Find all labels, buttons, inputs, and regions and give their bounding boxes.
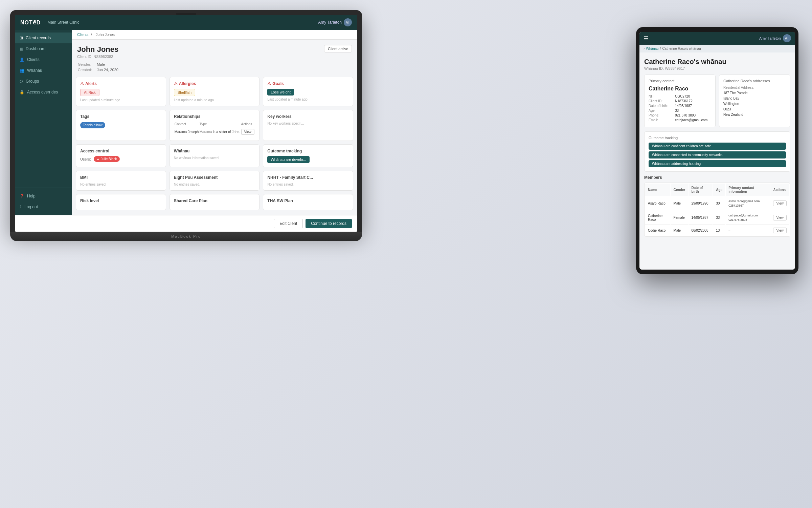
outcome-tag-1: Whānau are confident children are safe — [649, 143, 786, 150]
members-section: Members Name Gender Date of birth Age Pr… — [639, 175, 795, 241]
col-actions: Actions — [770, 184, 789, 196]
member-age: 33 — [713, 211, 725, 225]
chevron-right-icon: › — [644, 47, 645, 50]
sidebar-item-label: Log out — [24, 205, 38, 209]
status-badge: Client active — [324, 45, 352, 52]
view-member-button[interactable]: View — [773, 215, 787, 220]
outcome-tracking-section: Outcome tracking Whānau are confident ch… — [639, 131, 795, 175]
nhht-title: NHHT - Family Start C... — [267, 175, 349, 180]
sidebar-item-clients[interactable]: 👤 Clients — [15, 54, 72, 65]
shared-care-plan-section: Shared Care Plan — [170, 194, 260, 210]
sidebar-item-groups[interactable]: ⬡ Groups — [15, 76, 72, 87]
breadcrumb-clients[interactable]: Clients — [77, 33, 89, 37]
member-contact: asafo.raco@gmail.com025413867 — [726, 197, 770, 210]
groups-icon: ⬡ — [20, 79, 23, 84]
breadcrumb-sep: / — [660, 47, 661, 50]
outcome-tracking-title: Outcome tracking — [267, 149, 349, 153]
table-row: Marama Joseph Marama is a sister of John… — [175, 128, 255, 136]
breadcrumb-whanau[interactable]: Whānau — [646, 47, 658, 50]
member-name: Codie Raco — [645, 225, 670, 236]
sections-grid: ⚠ Alerts At Risk Last updated a minute a… — [72, 77, 357, 191]
tags-title: Tags — [80, 114, 162, 119]
member-age: 30 — [713, 197, 725, 210]
laptop-brand: MacBook Pro — [171, 234, 201, 238]
eight-pou-title: Eight Pou Assessment — [174, 175, 255, 180]
phone-field: Phone: 021 678 3893 — [649, 113, 711, 117]
nhht-empty: No entries saved. — [267, 183, 349, 186]
access-control-title: Access control — [80, 149, 162, 153]
user-menu[interactable]: Amy Tarleton AT — [318, 18, 352, 26]
breadcrumb-current: John Jones — [96, 33, 115, 37]
shared-care-plan-title: Shared Care Plan — [174, 198, 255, 203]
hamburger-icon[interactable]: ☰ — [644, 35, 648, 42]
sidebar-item-label: Client records — [26, 36, 51, 40]
outcome-tag-3: Whānau are addressing housing — [649, 160, 786, 167]
logo: NOTẽD — [20, 19, 41, 26]
sidebar-item-client-records[interactable]: ⊞ Client records — [15, 33, 72, 43]
addresses-title: Catherine Raco's addresses — [723, 79, 786, 83]
col-age: Age — [713, 184, 725, 196]
sidebar-item-help[interactable]: ❓ Help — [15, 191, 72, 202]
member-gender: Male — [671, 225, 688, 236]
member-dob: 29/09/1990 — [689, 197, 713, 210]
sidebar-bottom: ❓ Help ⤴ Log out — [15, 188, 72, 212]
member-name: Catherine Raco — [645, 211, 670, 225]
member-contact: – — [726, 225, 770, 236]
member-dob: 06/02/2008 — [689, 225, 713, 236]
client-id: Client ID: NS8962382 — [77, 55, 118, 59]
risk-level-title: Risk level — [80, 198, 162, 203]
bmi-section: BMI No entries saved. — [76, 171, 166, 191]
member-gender: Male — [671, 197, 688, 210]
relationships-section: Relationships Contact Type Actions — [170, 110, 260, 141]
view-member-button[interactable]: View — [773, 228, 787, 233]
member-name: Asafo Raco — [645, 197, 670, 210]
primary-contact-title: Primary contact — [649, 79, 711, 83]
outcome-tracking-card: Outcome tracking Whānau are confident ch… — [644, 131, 790, 172]
sidebar-item-dashboard[interactable]: ▦ Dashboard — [15, 43, 72, 54]
sidebar-item-logout[interactable]: ⤴ Log out — [15, 202, 72, 212]
rel-contact: Marama Joseph — [175, 128, 199, 136]
allergies-badge: Shellfish — [174, 89, 196, 96]
tablet-top-grid: Primary contact Catherine Raco NHI: CGC2… — [639, 70, 795, 131]
breadcrumb-separator: / — [91, 33, 92, 37]
sidebar-item-access-overrides[interactable]: 🔒 Access overrides — [15, 87, 72, 98]
col-contact: Contact — [175, 122, 199, 127]
outcome-tags: Whānau are confident children are safe W… — [649, 143, 786, 167]
table-row: Asafo Raco Male 29/09/1990 30 asafo.raco… — [645, 197, 789, 210]
continue-to-records-button[interactable]: Continue to records — [306, 219, 352, 228]
laptop-screen: NOTẽD Main Street Clinic Amy Tarleton AT… — [15, 15, 357, 232]
help-icon: ❓ — [20, 194, 24, 198]
alerts-title: ⚠ Alerts — [80, 81, 162, 86]
email-field: Email: cathjraco@gmail.com — [649, 118, 711, 122]
edit-client-button[interactable]: Edit client — [274, 219, 303, 228]
age-field: Age: 33 — [649, 109, 711, 112]
allergy-icon: ⚠ — [174, 81, 178, 86]
tablet-app: ☰ Amy Tarleton AT › Whānau / Catherine R… — [639, 32, 795, 270]
alert-icon: ⚠ — [80, 81, 84, 86]
whanau-empty: No whānau information saved. — [174, 156, 255, 160]
avatar: AT — [344, 18, 352, 26]
outcome-tracking-section: Outcome tracking Whānau are develo... — [263, 144, 353, 167]
view-member-button[interactable]: View — [773, 200, 787, 206]
allergies-title: ⚠ Allergies — [174, 81, 255, 86]
outcome-tag-2: Whānau are connected to community networ… — [649, 151, 786, 158]
goals-icon: ⚠ — [267, 81, 271, 86]
user-badge: ▲ Julie Black — [94, 156, 120, 162]
sections-row4: Risk level Shared Care Plan THA SW P — [72, 194, 357, 214]
col-name: Name — [645, 184, 670, 196]
nhht-section: NHHT - Family Start C... No entries save… — [263, 171, 353, 191]
allergies-section: ⚠ Allergies Shellfish Last updated a min… — [170, 77, 260, 106]
tablet-topbar: ☰ Amy Tarleton AT — [639, 32, 795, 45]
breadcrumb-current: Catherine Raco's whānau — [662, 47, 701, 50]
tablet-user-menu[interactable]: Amy Tarleton AT — [759, 34, 791, 42]
address-lines: 187 The Parade Island Bay Wellington 602… — [723, 90, 786, 118]
laptop-app: NOTẽD Main Street Clinic Amy Tarleton AT… — [15, 15, 357, 232]
dashboard-icon: ▦ — [20, 47, 23, 51]
view-button[interactable]: View — [241, 129, 255, 135]
gender-value: Male — [97, 62, 122, 67]
addresses-card: Catherine Raco's addresses Residential A… — [719, 75, 790, 127]
laptop-topbar: NOTẽD Main Street Clinic Amy Tarleton AT — [15, 15, 357, 30]
sidebar-item-whanau[interactable]: 👥 Whānau — [15, 65, 72, 76]
access-control-section: Access control Users: ▲ Julie Black — [76, 144, 166, 167]
clients-icon: 👤 — [20, 58, 24, 62]
